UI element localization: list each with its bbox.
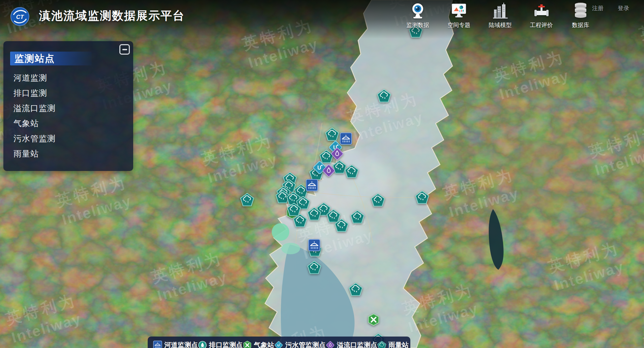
panel-title: 监测站点 [14, 53, 55, 64]
nav-item-label: 空间专题 [447, 21, 470, 29]
map-legend: 河道监测点 排口监测点 气象站 U 污水管监测点 溢流口监测点 雨量站 [148, 337, 410, 348]
marker-rain[interactable] [371, 193, 385, 207]
marker-rain[interactable] [345, 165, 359, 178]
minus-icon [122, 49, 127, 50]
legend-item-sewage: U 污水管监测点 [274, 341, 326, 348]
nav-item-spatial-topics[interactable]: 空间专题 [447, 1, 470, 29]
sidebar-item-river-monitoring[interactable]: 河道监测 [3, 70, 133, 85]
marker-overflow[interactable] [322, 164, 336, 178]
page-title: 滇池流域监测数据展示平台 [39, 8, 185, 24]
header: CT 滇池流域监测数据展示平台 监测数据 [0, 0, 644, 34]
sidebar-item-overflow-monitoring[interactable]: 溢流口监测 [3, 100, 133, 116]
panel-list: 河道监测 排口监测 溢流口监测 气象站 污水管监测 雨量站 [3, 70, 133, 161]
nav-item-database[interactable]: 数据库 [571, 1, 590, 29]
nav-item-label: 工程评价 [530, 21, 553, 29]
nav-item-label: 陆域模型 [489, 21, 512, 29]
marker-rain[interactable] [377, 89, 391, 103]
rain-gauge-icon [377, 341, 386, 348]
marker-rain[interactable] [325, 127, 340, 141]
marker-rain[interactable] [350, 210, 365, 224]
marker-rain[interactable] [293, 214, 308, 228]
sidebar-item-sewage-monitoring[interactable]: 污水管监测 [3, 131, 133, 146]
legend-item-overflow: 溢流口监测点 [326, 341, 377, 348]
marker-weather[interactable] [367, 313, 380, 326]
sidebar-item-weather-station[interactable]: 气象站 [3, 116, 133, 131]
database-icon [571, 1, 590, 20]
legend-item-rain: 雨量站 [377, 341, 409, 348]
marker-rain[interactable] [307, 207, 322, 221]
marker-rain[interactable] [349, 283, 363, 296]
buildings-icon [491, 1, 510, 20]
svg-text:U: U [317, 165, 321, 171]
marker-overflow[interactable] [330, 147, 344, 161]
legend-item-outlet: 排口监测点 [198, 341, 243, 348]
sewage-point-icon: U [274, 341, 283, 348]
weather-station-icon [243, 341, 252, 348]
marker-rain[interactable] [334, 219, 349, 232]
marker-river[interactable] [306, 179, 318, 192]
nav-item-label: 数据库 [572, 21, 589, 29]
app: 英特利为Inteliway英特利为Inteliway英特利为Inteliway英… [0, 0, 644, 348]
sidebar-item-outlet-monitoring[interactable]: 排口监测 [3, 85, 133, 100]
marker-river[interactable] [340, 133, 352, 145]
legend-item-weather: 气象站 [243, 341, 274, 348]
valve-icon [532, 1, 551, 20]
monitoring-stations-panel: 监测站点 河道监测 排口监测 溢流口监测 气象站 污水管监测 雨量站 [3, 41, 133, 171]
panel-title-bar: 监测站点 [10, 52, 92, 65]
auth-links: 注册 登录 [592, 4, 629, 12]
nav-item-project-evaluation[interactable]: 工程评价 [530, 1, 553, 29]
brand-logo[interactable]: CT [10, 7, 30, 26]
login-link[interactable]: 登录 [618, 4, 629, 12]
logo-letters: CT [16, 14, 24, 20]
river-point-icon [153, 341, 162, 348]
collapse-panel-button[interactable] [119, 44, 130, 55]
outlet-point-icon [198, 341, 207, 348]
svg-text:U: U [277, 343, 280, 347]
nav-item-monitoring-data[interactable]: 监测数据 [406, 1, 429, 29]
overflow-point-icon [326, 341, 335, 348]
monitor-icon [449, 1, 468, 20]
register-link[interactable]: 注册 [592, 4, 604, 12]
legend-item-river: 河道监测点 [153, 341, 198, 348]
main-nav: 监测数据 空间专 [406, 1, 590, 29]
marker-rain[interactable] [415, 191, 430, 204]
marker-rain[interactable] [240, 193, 255, 207]
nav-item-label: 监测数据 [406, 21, 429, 29]
marker-rain[interactable] [307, 261, 322, 274]
sidebar-item-rain-gauge[interactable]: 雨量站 [3, 146, 133, 161]
nav-item-land-model[interactable]: 陆域模型 [489, 1, 512, 29]
camera-icon [408, 1, 427, 20]
marker-river[interactable] [308, 239, 321, 252]
